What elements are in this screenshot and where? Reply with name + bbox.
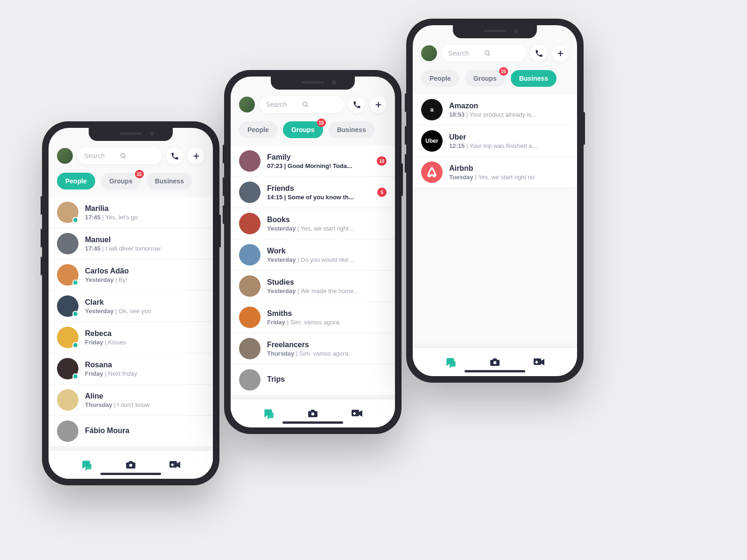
contact-name: Studies xyxy=(267,278,387,287)
user-avatar[interactable] xyxy=(421,45,437,61)
video-icon xyxy=(351,408,363,419)
home-indicator xyxy=(100,473,161,475)
chat-list[interactable]: aAmazon18:53 | Your product already is..… xyxy=(413,94,577,348)
video-icon xyxy=(533,357,545,367)
chat-list[interactable]: Family07:23 | Good Morning! Toda...10Fri… xyxy=(231,146,395,399)
nav-video[interactable] xyxy=(169,458,182,471)
message-preview: Yesterday | Yes, we start right... xyxy=(267,225,387,232)
list-item[interactable]: Family07:23 | Good Morning! Toda...10 xyxy=(231,146,395,177)
list-item[interactable]: FreelancersThursday | Sim, vamos agora. xyxy=(231,333,395,364)
tab-business[interactable]: Business xyxy=(329,121,374,138)
list-item-text: Trips xyxy=(267,375,387,385)
list-item[interactable]: AlineThursday | I don't know xyxy=(49,385,213,416)
presence-dot xyxy=(72,342,78,348)
call-button[interactable] xyxy=(348,96,365,113)
list-item-text: SmithsFriday | Sim, vamos agora. xyxy=(267,309,387,326)
tab-people[interactable]: People xyxy=(421,70,459,87)
tab-business[interactable]: Business xyxy=(147,173,192,189)
nav-camera[interactable] xyxy=(124,458,137,471)
nav-chat[interactable] xyxy=(444,356,457,369)
avatar xyxy=(239,150,261,172)
call-button[interactable] xyxy=(530,45,547,62)
message-preview: Thursday | I don't know xyxy=(85,401,204,408)
avatar xyxy=(239,275,261,297)
contact-name: Aline xyxy=(85,392,204,400)
list-item-text: Fábio Moura xyxy=(85,427,204,436)
tab-badge: 15 xyxy=(135,170,144,178)
add-button[interactable] xyxy=(188,147,204,164)
message-preview: Yesterday | Ok, see you xyxy=(85,308,204,315)
list-item[interactable]: ClarkYesterday | Ok, see you xyxy=(49,291,213,322)
camera-icon xyxy=(489,357,500,368)
call-button[interactable] xyxy=(166,147,183,164)
add-button[interactable] xyxy=(370,96,387,113)
nav-chat[interactable] xyxy=(80,458,93,471)
list-item-text: BooksYesterday | Yes, we start right... xyxy=(267,216,387,232)
contact-name: Manuel xyxy=(85,236,204,244)
svg-rect-7 xyxy=(171,464,174,466)
svg-point-16 xyxy=(485,51,489,55)
list-item-text: Marília17:45 | Yes, let's go xyxy=(85,204,204,221)
list-item[interactable]: Friends14:15 | Some of you know th...5 xyxy=(231,177,395,208)
message-preview: Yesterday | By! xyxy=(85,276,204,283)
list-item[interactable]: Trips xyxy=(231,364,395,396)
list-item[interactable]: UberUber12:15 | Your trip was finished a… xyxy=(413,126,577,157)
user-avatar[interactable] xyxy=(57,148,73,164)
chat-icon xyxy=(262,407,275,420)
nav-camera[interactable] xyxy=(488,356,501,369)
list-item[interactable]: AirbnbTuesday | Yes, we start right no xyxy=(413,157,577,188)
add-button[interactable] xyxy=(552,45,569,62)
tab-people[interactable]: People xyxy=(239,121,277,138)
screen: SearchPeopleGroups15BusinessFamily07:23 … xyxy=(231,77,395,427)
list-item[interactable]: aAmazon18:53 | Your product already is..… xyxy=(413,94,577,126)
message-preview: 17:45 | I will dliver tomorrow xyxy=(85,245,204,252)
avatar: a xyxy=(421,99,443,120)
list-item[interactable]: RebecaFriday | Kisses xyxy=(49,322,213,353)
message-preview: 14:15 | Some of you know th... xyxy=(267,194,371,201)
contact-name: Smiths xyxy=(267,309,387,318)
list-item-text: FreelancersThursday | Sim, vamos agora. xyxy=(267,341,387,357)
tab-people[interactable]: People xyxy=(57,173,95,189)
phone-icon xyxy=(353,101,361,109)
notch xyxy=(453,25,537,38)
list-item-text: Amazon18:53 | Your product already is... xyxy=(449,102,569,118)
home-indicator xyxy=(282,421,343,424)
message-preview: Yesterday | Do you would like ... xyxy=(267,256,387,263)
tab-business[interactable]: Business xyxy=(511,70,557,87)
avatar: Uber xyxy=(421,130,443,152)
message-preview: Friday | Sim, vamos agora. xyxy=(267,319,387,326)
list-item[interactable]: BooksYesterday | Yes, we start right... xyxy=(231,208,395,239)
list-item[interactable]: SmithsFriday | Sim, vamos agora. xyxy=(231,302,395,333)
screen: SearchPeopleGroups15BusinessMarília17:45… xyxy=(49,128,213,479)
search-input[interactable]: Search xyxy=(442,45,526,62)
list-item[interactable]: Marília17:45 | Yes, let's go xyxy=(49,197,213,228)
list-item[interactable]: RosanaFriday | Next friday xyxy=(49,353,213,385)
chat-list[interactable]: Marília17:45 | Yes, let's goManuel17:45 … xyxy=(49,197,213,451)
nav-chat[interactable] xyxy=(262,407,275,420)
list-item[interactable]: WorkYesterday | Do you would like ... xyxy=(231,239,395,271)
contact-name: Books xyxy=(267,216,387,224)
chat-icon xyxy=(80,459,92,471)
user-avatar[interactable] xyxy=(239,97,255,112)
tab-groups[interactable]: Groups15 xyxy=(283,121,323,138)
contact-name: Trips xyxy=(267,375,387,384)
nav-video[interactable] xyxy=(533,356,546,369)
contact-name: Fábio Moura xyxy=(85,427,204,435)
nav-video[interactable] xyxy=(351,407,364,420)
search-placeholder: Search xyxy=(448,49,484,57)
list-item[interactable]: Manuel17:45 | I will dliver tomorrow xyxy=(49,228,213,259)
message-preview: Thursday | Sim, vamos agora. xyxy=(267,350,387,357)
search-input[interactable]: Search xyxy=(78,147,162,164)
presence-dot xyxy=(72,217,78,223)
list-item[interactable]: Fábio Moura xyxy=(49,416,213,447)
tab-groups[interactable]: Groups15 xyxy=(465,70,505,87)
search-icon xyxy=(120,152,155,160)
phone-icon xyxy=(535,49,543,57)
search-icon xyxy=(302,101,337,108)
search-input[interactable]: Search xyxy=(260,96,344,113)
notch xyxy=(89,128,173,141)
tab-groups[interactable]: Groups15 xyxy=(101,173,141,189)
list-item[interactable]: StudiesYesterday | We made the home... xyxy=(231,271,395,302)
nav-camera[interactable] xyxy=(306,407,319,420)
list-item[interactable]: Carlos AdãoYesterday | By! xyxy=(49,259,213,291)
